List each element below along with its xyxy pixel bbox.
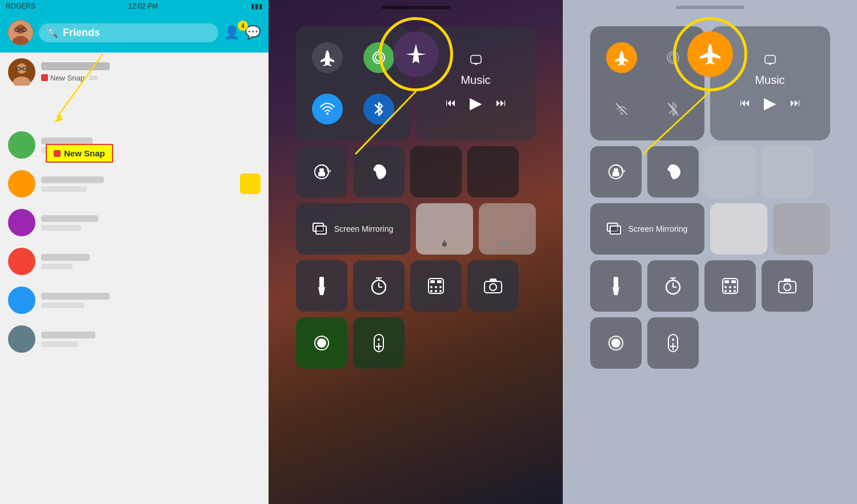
notch-indicator bbox=[382, 6, 450, 9]
bluetooth-btn[interactable] bbox=[353, 83, 405, 135]
svg-line-12 bbox=[57, 54, 103, 117]
svg-point-79 bbox=[729, 290, 731, 292]
cc-row-5 bbox=[296, 317, 536, 369]
screen-mirroring-label: Screen Mirroring bbox=[334, 224, 393, 234]
calculator-btn[interactable] bbox=[410, 260, 462, 312]
rp-next-icon[interactable]: ⏭ bbox=[790, 97, 800, 109]
torch-btn[interactable] bbox=[296, 260, 347, 312]
svg-marker-29 bbox=[318, 287, 325, 295]
rp-calculator-btn[interactable] bbox=[704, 260, 756, 312]
rp-play-icon[interactable]: ▶ bbox=[764, 94, 776, 112]
rp-brightness-slider[interactable] bbox=[710, 203, 767, 255]
rp-airplay-icon bbox=[764, 54, 776, 67]
friend-item-3[interactable] bbox=[0, 164, 269, 203]
svg-point-45 bbox=[490, 284, 496, 291]
rp-notch bbox=[676, 6, 744, 9]
friend-item-5[interactable] bbox=[0, 242, 269, 281]
rp-torch-btn[interactable] bbox=[590, 260, 642, 312]
rp-orientation-btn[interactable] bbox=[590, 146, 642, 197]
record-btn[interactable] bbox=[296, 317, 347, 369]
rp-camera-btn[interactable] bbox=[762, 260, 813, 312]
svg-point-48 bbox=[317, 338, 326, 348]
svg-rect-22 bbox=[318, 172, 325, 176]
annotation-area: New Snap bbox=[11, 49, 194, 163]
svg-rect-65 bbox=[614, 277, 618, 288]
rp-airplane-btn[interactable] bbox=[596, 32, 647, 83]
rp-prev-icon[interactable]: ⏮ bbox=[740, 97, 750, 109]
empty-btn-1 bbox=[410, 146, 462, 197]
svg-marker-59 bbox=[768, 63, 772, 65]
rp-remote-btn[interactable] bbox=[647, 317, 699, 369]
svg-point-42 bbox=[435, 290, 437, 292]
orientation-lock-btn[interactable] bbox=[296, 146, 347, 197]
rp-airplay-row bbox=[764, 54, 776, 67]
play-icon[interactable]: ▶ bbox=[470, 94, 482, 112]
rp-bluetooth-btn[interactable] bbox=[647, 83, 699, 135]
next-icon[interactable]: ⏭ bbox=[496, 97, 506, 109]
friend-item-4[interactable] bbox=[0, 203, 269, 242]
prev-icon[interactable]: ⏮ bbox=[446, 97, 456, 109]
svg-point-75 bbox=[724, 286, 727, 288]
svg-point-80 bbox=[734, 290, 736, 292]
svg-point-25 bbox=[442, 242, 447, 247]
friend-info-5 bbox=[41, 254, 261, 269]
rp-empty-2 bbox=[762, 146, 813, 197]
cc-grid: Music ⏮ ▶ ⏭ bbox=[296, 26, 536, 369]
brightness-slider[interactable] bbox=[416, 203, 473, 255]
timer-btn[interactable] bbox=[353, 260, 405, 312]
rp-volume-slider[interactable] bbox=[773, 203, 830, 255]
add-friends-icon[interactable]: 👤 bbox=[224, 25, 239, 40]
rp-row-2 bbox=[590, 146, 830, 197]
yellow-badge bbox=[240, 174, 261, 194]
airplay-icon bbox=[470, 54, 482, 67]
svg-rect-28 bbox=[319, 277, 324, 288]
svg-marker-19 bbox=[474, 63, 478, 65]
airplane-mode-btn[interactable] bbox=[302, 32, 353, 83]
time: 12:02 PM bbox=[129, 2, 158, 10]
svg-point-76 bbox=[729, 286, 731, 288]
rp-row-3: Screen Mirroring bbox=[590, 203, 830, 255]
do-not-disturb-btn[interactable] bbox=[353, 146, 405, 197]
svg-marker-66 bbox=[612, 287, 619, 295]
carrier: ROGERS bbox=[6, 2, 35, 10]
svg-point-78 bbox=[724, 290, 727, 292]
svg-rect-24 bbox=[316, 226, 326, 234]
empty-btn-2 bbox=[467, 146, 519, 197]
friend-item-6[interactable] bbox=[0, 281, 269, 320]
search-bar[interactable]: 🔍 Friends bbox=[39, 23, 218, 42]
add-badge: 4 bbox=[238, 21, 248, 31]
rp-dnd-btn[interactable] bbox=[647, 146, 699, 197]
rp-music-controls: ⏮ ▶ ⏭ bbox=[740, 94, 800, 112]
svg-rect-62 bbox=[612, 172, 619, 176]
rp-row-4 bbox=[590, 260, 830, 312]
svg-rect-74 bbox=[731, 280, 736, 283]
camera-btn[interactable] bbox=[467, 260, 519, 312]
user-avatar[interactable] bbox=[8, 20, 33, 45]
rp-record-btn[interactable] bbox=[590, 317, 642, 369]
screen-mirroring-btn[interactable]: Screen Mirroring bbox=[296, 203, 410, 255]
airplane-mode-circle-inactive[interactable] bbox=[393, 31, 439, 77]
svg-point-56 bbox=[620, 112, 623, 115]
volume-slider[interactable] bbox=[479, 203, 536, 255]
music-controls: ⏮ ▶ ⏭ bbox=[446, 94, 506, 112]
airplane-mode-circle-active[interactable] bbox=[687, 31, 733, 77]
svg-point-39 bbox=[435, 286, 437, 288]
friend-info-6 bbox=[41, 293, 261, 308]
svg-point-40 bbox=[439, 286, 442, 288]
rp-music-label: Music bbox=[755, 74, 784, 87]
svg-point-16 bbox=[375, 54, 382, 61]
cc-row-2 bbox=[296, 146, 536, 197]
remote-btn[interactable] bbox=[353, 317, 405, 369]
svg-marker-46 bbox=[489, 279, 497, 281]
rp-screen-mirroring-btn[interactable]: Screen Mirroring bbox=[590, 203, 704, 255]
rp-connectivity-quad bbox=[590, 26, 704, 140]
friend-item-7[interactable] bbox=[0, 320, 269, 358]
wifi-btn[interactable] bbox=[302, 83, 353, 135]
snapchat-header: 🔍 Friends 4 👤 💬 bbox=[0, 13, 269, 53]
friend-avatar-6 bbox=[8, 287, 35, 314]
svg-point-77 bbox=[734, 286, 736, 288]
rp-wifi-btn[interactable] bbox=[596, 83, 647, 135]
svg-point-87 bbox=[672, 338, 674, 341]
rp-timer-btn[interactable] bbox=[647, 260, 699, 312]
cc-row-3: Screen Mirroring bbox=[296, 203, 536, 255]
